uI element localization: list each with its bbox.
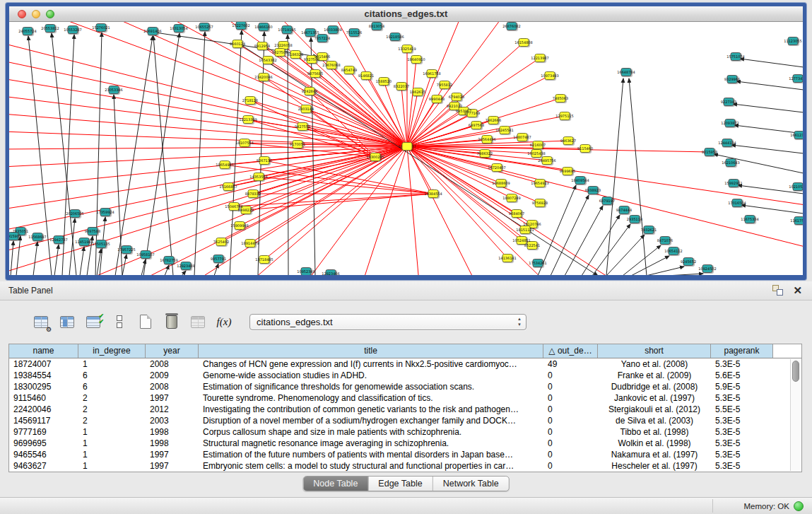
column-header-in_degree[interactable]: in_degree [78,344,146,358]
tab-node-table[interactable]: Node Table [303,477,368,491]
window-titlebar[interactable]: citations_edges.txt [9,6,803,22]
graph-node[interactable] [148,27,158,35]
graph-node[interactable] [517,133,528,141]
graph-node[interactable] [96,23,107,32]
graph-node[interactable] [512,209,522,218]
graph-node[interactable] [729,179,739,187]
graph-node[interactable] [259,255,270,264]
select-column-button[interactable] [58,313,76,331]
close-panel-icon[interactable]: ✕ [793,285,802,296]
graph-node[interactable] [731,52,741,61]
graph-node[interactable] [361,71,372,80]
graph-node[interactable] [229,202,240,211]
graph-node[interactable] [725,119,736,127]
graph-node[interactable] [427,69,437,78]
graph-node[interactable] [482,135,493,144]
graph-node[interactable] [326,61,337,69]
graph-node[interactable] [301,105,312,113]
graph-node[interactable] [236,22,247,30]
table-row[interactable]: 2242004622012Investigating the contribut… [9,404,801,415]
function-builder-button[interactable]: f(x) [215,313,233,331]
graph-node[interactable] [500,126,510,134]
graph-node[interactable] [396,82,407,90]
graph-node[interactable] [233,40,243,48]
column-header-pagerank[interactable]: pagerank [711,344,773,358]
graph-node[interactable] [480,149,490,158]
graph-node[interactable] [70,209,81,218]
graph-node[interactable] [220,160,230,169]
graph-node[interactable] [141,250,151,259]
graph-node[interactable] [305,87,315,95]
graph-node[interactable] [563,136,574,145]
graph-node[interactable] [519,38,529,47]
create-column-button[interactable] [136,313,155,331]
graph-node[interactable] [213,255,224,263]
graph-node[interactable] [413,88,423,96]
table-row[interactable]: 911546021997Tourette syndrome. Phenomeno… [9,392,801,404]
graph-node[interactable] [507,194,517,202]
graph-node[interactable] [488,116,499,124]
graph-node[interactable] [492,163,502,172]
graph-node[interactable] [502,254,513,262]
column-header-year[interactable]: year [146,344,199,358]
graph-node[interactable] [33,233,43,241]
float-panel-icon[interactable] [772,285,783,296]
table-row[interactable]: 969969511998Structural magnetic resonanc… [9,438,801,449]
graph-node[interactable] [542,156,553,165]
table-row[interactable]: 977716911998Corpus callosum shape and si… [9,426,801,438]
graph-node[interactable] [702,264,713,273]
graph-node[interactable] [241,206,252,214]
table-selector-dropdown[interactable]: citations_edges.txt ▲▼ [249,314,526,330]
graph-node[interactable] [793,182,804,191]
graph-node[interactable] [726,158,736,167]
zoom-window-button[interactable] [46,10,54,18]
graph-node[interactable] [411,55,422,64]
column-header-short[interactable]: short [598,344,711,358]
graph-node[interactable] [535,199,546,207]
column-settings-button[interactable]: ⚙ [32,313,50,331]
table-row[interactable]: 1872400712008Changes of HCN gene express… [9,358,801,370]
graph-node[interactable] [669,247,679,255]
network-canvas[interactable]: 1872400724055724205538121055328715276021… [9,22,803,275]
minimize-window-button[interactable] [32,10,40,18]
graph-node[interactable] [683,257,694,266]
tab-edge-table[interactable]: Edge Table [368,477,433,491]
table-row[interactable]: 1456911722003Disruption of a novel membe… [9,415,801,426]
graph-node[interactable] [248,189,259,198]
graph-node[interactable] [507,22,517,30]
graph-node[interactable] [245,239,256,247]
graph-node[interactable] [517,236,527,245]
graph-node[interactable] [705,148,715,156]
graph-node[interactable] [23,27,33,35]
graph-node[interactable] [602,197,613,205]
graph-node[interactable] [428,189,439,198]
close-window-button[interactable] [18,10,26,18]
graph-node[interactable] [660,236,671,245]
graph-node[interactable] [794,216,804,225]
graph-node[interactable] [535,54,546,62]
graph-node[interactable] [328,25,339,34]
delete-column-button[interactable] [163,313,181,331]
graph-node[interactable] [788,37,799,45]
graph-node[interactable] [109,86,119,94]
table-row[interactable]: 1830029562008Estimation of significance … [9,381,801,392]
graph-node[interactable] [54,235,64,244]
column-header-title[interactable]: title [199,344,543,358]
graph-node[interactable] [317,52,328,61]
graph-node[interactable] [243,115,254,124]
graph-node[interactable] [301,267,312,275]
graph-node[interactable] [282,25,293,34]
graph-node[interactable] [9,232,19,240]
graph-node[interactable] [402,45,413,53]
graph-node[interactable] [199,23,210,31]
memory-status-icon[interactable] [794,501,804,511]
tab-network-table[interactable]: Network Table [433,477,509,491]
graph-node[interactable] [452,93,462,101]
graph-node[interactable] [259,73,269,81]
graph-node[interactable] [621,68,632,76]
graph-node[interactable] [290,50,301,59]
row-selection-button[interactable] [110,313,129,331]
graph-node[interactable] [257,42,268,50]
graph-node[interactable] [370,153,381,161]
table-row[interactable]: 1938455462009Genome-wide association stu… [9,370,801,381]
